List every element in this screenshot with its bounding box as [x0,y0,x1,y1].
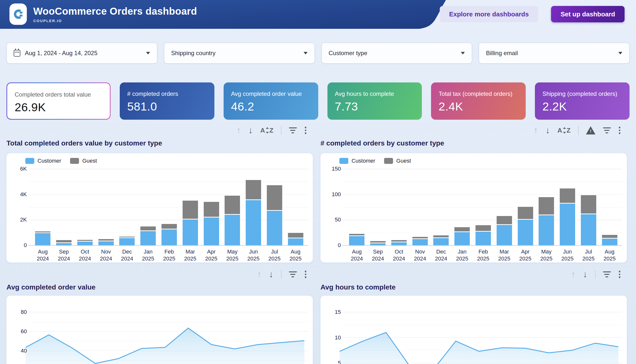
trend-chart-canvas [320,296,627,364]
chart-legend: CustomerGuest [25,158,97,164]
page-title: WooCommerce Orders dashboard [33,6,197,17]
sort-az-icon[interactable]: AZ [260,127,274,134]
menu-icon[interactable] [304,270,307,278]
bar-guest [433,236,449,237]
filter-icon[interactable] [289,128,297,133]
shipping-country-filter[interactable]: Shipping country [164,43,315,64]
bar-guest [204,202,219,217]
toolbar-divider [578,126,579,135]
chevron-down-icon [146,52,150,54]
billing-email-label: Billing email [486,50,618,56]
chart-avg-hours: 51015 [320,296,627,364]
date-range-filter[interactable]: Aug 1, 2024 - Aug 14, 2025 [7,43,157,64]
sort-az-icon[interactable]: AZ [557,127,571,134]
chart-total-orders-value: CustomerGuest 02K4K6KAug2024Sep2024Oct20… [7,153,313,262]
chart4-title: Avg hours to complete [320,283,395,291]
y-tick-label: 6K [8,165,27,172]
toolbar-divider [281,270,281,279]
y-tick-label: 150 [322,165,341,172]
chevron-down-icon [304,52,308,54]
chart3-toolbar: ↑ ↓ [7,269,313,280]
bar-customer [602,238,617,245]
legend-label: Customer [352,158,375,164]
bar-customer [497,225,512,245]
legend-item-customer: Customer [25,158,61,164]
sort-descending-icon[interactable]: ↓ [583,270,587,279]
gridline-minor [29,207,308,208]
kpi-value: 46.2 [231,100,311,113]
sort-descending-icon[interactable]: ↓ [248,126,253,135]
x-tick-label: Mar2025 [180,248,201,262]
chart-num-orders: CustomerGuest 050100150Aug2024Sep2024Oct… [320,153,627,262]
bar-guest [183,200,198,219]
x-tick-label: May2025 [536,248,557,262]
x-tick-label: Jun2025 [243,248,264,262]
bar-customer [183,220,198,245]
x-tick-label: Dec2024 [117,248,138,262]
chevron-down-icon [461,52,465,54]
filter-icon[interactable] [603,128,611,133]
bar-guest [539,197,554,214]
menu-icon[interactable] [618,270,621,278]
customer-type-filter[interactable]: Customer type [321,43,472,64]
x-tick-label: Aug2024 [346,248,367,262]
app-header: WooCommerce Orders dashboard COUPLER.IO … [0,0,636,29]
x-tick-label: Jul2025 [578,248,599,262]
bar-guest [225,196,240,214]
setup-dashboard-button[interactable]: Set up dashboard [551,6,624,22]
bar-customer [119,238,135,245]
legend-swatch [70,158,79,164]
filter-icon[interactable] [289,272,297,277]
trend-area [26,328,304,364]
explore-dashboards-button[interactable]: Explore more dashboards [440,6,538,22]
y-tick-label: 100 [322,191,341,198]
kpi-num-completed-orders: # completed orders 581.0 [120,82,214,120]
x-tick-label: Nov2024 [95,248,117,262]
trend-chart-canvas [7,296,313,364]
y-tick-label: 10 [322,334,341,341]
filter-icon[interactable] [603,272,611,277]
menu-icon[interactable] [618,126,621,134]
sort-ascending-icon[interactable]: ↑ [237,126,241,135]
legend-item-guest: Guest [70,158,97,164]
bar-customer [77,242,93,245]
bar-customer [391,242,407,245]
legend-swatch [25,158,34,164]
sort-ascending-icon[interactable]: ↑ [534,126,538,135]
bar-customer [35,233,51,245]
y-tick-label: 0 [322,242,341,249]
billing-email-filter[interactable]: Billing email [479,43,629,64]
bar-guest [412,237,428,238]
sort-descending-icon[interactable]: ↓ [545,126,550,135]
bar-customer [370,243,386,245]
x-tick-label: May2025 [222,248,243,262]
kpi-label: Avg hours to complete [335,90,415,97]
sort-descending-icon[interactable]: ↓ [269,270,274,279]
bar-guest [581,195,596,214]
gridline-minor [343,182,622,182]
bar-guest [518,207,533,219]
x-tick-label: Aug2025 [285,248,306,262]
bar-customer [454,232,470,245]
x-tick-label: Apr2025 [201,248,222,262]
gridline [29,169,308,169]
sort-ascending-icon[interactable]: ↑ [571,270,576,279]
x-tick-label: Jun2025 [557,248,578,262]
bar-customer [246,200,261,245]
kpi-value: 26.9K [15,100,102,114]
chart-legend: CustomerGuest [339,158,411,164]
coupler-logo-glyph [12,8,25,20]
bar-guest [602,235,617,238]
x-tick-label: Aug2024 [32,248,54,262]
y-tick-label: 4K [8,191,27,198]
bar-guest [288,233,303,237]
x-tick-label: Jul2025 [264,248,285,262]
sort-ascending-icon[interactable]: ↑ [257,270,262,279]
menu-icon[interactable] [304,126,307,134]
warning-icon[interactable]: ! [586,126,595,134]
legend-item-guest: Guest [384,158,411,164]
dashboard-page: WooCommerce Orders dashboard COUPLER.IO … [0,0,636,364]
bar-customer [349,236,364,245]
bar-customer [539,215,554,245]
bar-customer [98,241,114,245]
